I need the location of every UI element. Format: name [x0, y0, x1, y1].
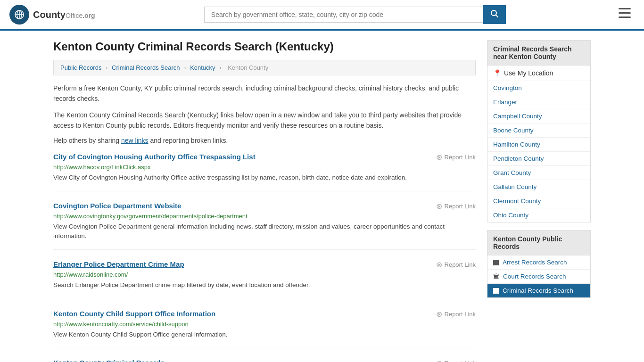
- report-label: Report Link: [445, 360, 476, 362]
- report-icon: ⊗: [436, 359, 442, 362]
- building-icon: 🏛: [493, 273, 499, 280]
- search-input[interactable]: [204, 7, 483, 23]
- result-header: City of Covington Housing Authority Offi…: [53, 153, 476, 162]
- pendleton-county-link[interactable]: Pendleton County: [493, 155, 544, 162]
- content-area: Kenton County Criminal Records Search (K…: [53, 40, 476, 362]
- square-icon: [493, 260, 499, 265]
- result-title[interactable]: Kenton County Child Support Office Infor…: [53, 310, 215, 318]
- sidebar-section-public-records: Kenton County Public Records Arrest Reco…: [487, 230, 591, 298]
- menu-button[interactable]: [615, 6, 635, 23]
- result-item: Kenton County Criminal Records ⊗ Report …: [53, 359, 476, 362]
- location-pin-icon: 📍: [493, 69, 501, 77]
- criminal-records-link[interactable]: Criminal Records Search: [503, 287, 573, 294]
- logo-text: CountyOffice.org: [33, 9, 95, 20]
- boone-county-link[interactable]: Boone County: [493, 127, 534, 134]
- sidebar-item-gallatin-county[interactable]: Gallatin County: [487, 180, 590, 194]
- help-text: Help others by sharing new links and rep…: [53, 137, 476, 144]
- breadcrumb-sep-2: ›: [184, 64, 186, 71]
- ohio-county-link[interactable]: Ohio County: [493, 212, 528, 219]
- breadcrumb-criminal-records[interactable]: Criminal Records Search: [112, 64, 180, 71]
- arrest-records-link[interactable]: Arrest Records Search: [503, 259, 567, 266]
- result-header: Kenton County Child Support Office Infor…: [53, 310, 476, 319]
- report-link[interactable]: ⊗ Report Link: [436, 153, 476, 162]
- svg-rect-9: [619, 16, 631, 18]
- main-container: Kenton County Criminal Records Search (K…: [44, 31, 600, 362]
- sidebar-nearby-list: 📍 Use My Location Covington Erlanger Cam…: [487, 66, 591, 222]
- breadcrumb-kentucky[interactable]: Kentucky: [190, 64, 215, 71]
- square-icon: [493, 288, 499, 294]
- use-location-item[interactable]: 📍 Use My Location: [487, 66, 590, 81]
- gallatin-county-link[interactable]: Gallatin County: [493, 183, 537, 190]
- clermont-county-link[interactable]: Clermont County: [493, 197, 541, 205]
- result-desc: View Kenton County Child Support Office …: [53, 330, 476, 339]
- intro-paragraph-1: Perform a free Kenton County, KY public …: [53, 83, 476, 104]
- result-item: Erlanger Police Department Crime Map ⊗ R…: [53, 260, 476, 299]
- sidebar-court-records[interactable]: 🏛 Court Records Search: [487, 270, 590, 284]
- covington-link[interactable]: Covington: [493, 84, 522, 91]
- page-title: Kenton County Criminal Records Search (K…: [53, 40, 476, 53]
- result-header: Erlanger Police Department Crime Map ⊗ R…: [53, 260, 476, 269]
- sidebar-arrest-records[interactable]: Arrest Records Search: [487, 255, 590, 270]
- breadcrumb-public-records[interactable]: Public Records: [60, 64, 101, 71]
- result-header: Kenton County Criminal Records ⊗ Report …: [53, 359, 476, 362]
- sidebar-item-campbell-county[interactable]: Campbell County: [487, 109, 590, 123]
- svg-rect-8: [619, 12, 631, 14]
- report-link[interactable]: ⊗ Report Link: [436, 310, 476, 319]
- svg-rect-7: [619, 8, 631, 9]
- report-icon: ⊗: [436, 260, 442, 269]
- sidebar-item-grant-county[interactable]: Grant County: [487, 166, 590, 180]
- result-title[interactable]: Kenton County Criminal Records: [53, 359, 165, 362]
- sidebar-item-hamilton-county[interactable]: Hamilton County: [487, 138, 590, 152]
- court-records-link[interactable]: Court Records Search: [503, 273, 566, 280]
- campbell-county-link[interactable]: Campbell County: [493, 113, 542, 120]
- logo-icon: [9, 5, 29, 25]
- sidebar-section-1-title: Criminal Records Search near Kenton Coun…: [487, 40, 591, 66]
- erlanger-link[interactable]: Erlanger: [493, 99, 517, 106]
- help-after: and reporting broken links.: [149, 137, 228, 144]
- help-before: Help others by sharing: [53, 137, 121, 144]
- result-header: Covington Police Department Website ⊗ Re…: [53, 202, 476, 211]
- sidebar-criminal-records[interactable]: Criminal Records Search: [487, 284, 590, 297]
- sidebar-item-clermont-county[interactable]: Clermont County: [487, 194, 590, 208]
- report-icon: ⊗: [436, 153, 442, 162]
- report-label: Report Link: [445, 261, 476, 268]
- sidebar-public-list: Arrest Records Search 🏛 Court Records Se…: [487, 255, 591, 298]
- report-link[interactable]: ⊗ Report Link: [436, 202, 476, 211]
- breadcrumb-kenton-county: Kenton County: [228, 64, 268, 71]
- result-url[interactable]: http://www.hacov.org/LinkClick.aspx: [53, 164, 476, 171]
- result-title[interactable]: City of Covington Housing Authority Offi…: [53, 153, 256, 161]
- sidebar-item-ohio-county[interactable]: Ohio County: [487, 208, 590, 222]
- result-title[interactable]: Covington Police Department Website: [53, 202, 181, 210]
- result-item: Kenton County Child Support Office Infor…: [53, 310, 476, 348]
- report-link[interactable]: ⊗ Report Link: [436, 260, 476, 269]
- result-url[interactable]: http://www.kentoncoatty.com/service/chil…: [53, 321, 476, 328]
- logo-area: CountyOffice.org: [9, 5, 95, 25]
- result-desc: Search Erlanger Police Department crime …: [53, 280, 476, 290]
- sidebar: Criminal Records Search near Kenton Coun…: [487, 40, 591, 362]
- result-desc: View City of Covington Housing Authority…: [53, 173, 476, 182]
- hamilton-county-link[interactable]: Hamilton County: [493, 141, 540, 148]
- sidebar-item-boone-county[interactable]: Boone County: [487, 123, 590, 138]
- grant-county-link[interactable]: Grant County: [493, 169, 531, 176]
- sidebar-item-covington[interactable]: Covington: [487, 81, 590, 95]
- result-title[interactable]: Erlanger Police Department Crime Map: [53, 260, 184, 268]
- sidebar-item-erlanger[interactable]: Erlanger: [487, 95, 590, 109]
- sidebar-item-pendleton-county[interactable]: Pendleton County: [487, 152, 590, 166]
- report-label: Report Link: [445, 311, 476, 318]
- intro-paragraph-2: The Kenton County Criminal Records Searc…: [53, 110, 476, 131]
- svg-line-6: [495, 15, 498, 17]
- report-icon: ⊗: [436, 202, 442, 211]
- sidebar-section-2-title: Kenton County Public Records: [487, 230, 591, 255]
- breadcrumb-sep-3: ›: [219, 64, 221, 71]
- search-icon: [490, 9, 499, 18]
- report-label: Report Link: [445, 154, 476, 161]
- new-links-link[interactable]: new links: [121, 137, 149, 144]
- use-location-link[interactable]: Use My Location: [504, 69, 553, 77]
- site-header: CountyOffice.org: [0, 0, 644, 31]
- result-url[interactable]: http://www.raidsonline.com/: [53, 271, 476, 278]
- result-url[interactable]: http://www.covingtonky.gov/government/de…: [53, 213, 476, 220]
- hamburger-icon: [619, 8, 631, 18]
- report-icon: ⊗: [436, 310, 442, 319]
- search-button[interactable]: [483, 5, 506, 24]
- report-link[interactable]: ⊗ Report Link: [436, 359, 476, 362]
